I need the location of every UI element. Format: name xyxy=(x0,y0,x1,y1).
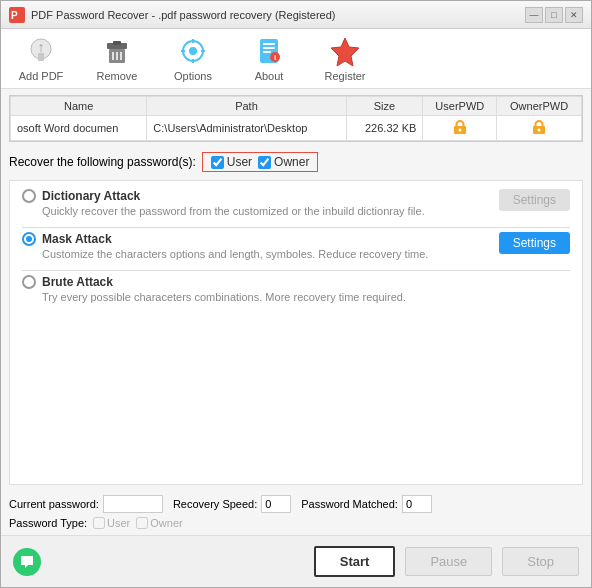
about-icon: i xyxy=(253,35,285,67)
brute-attack-option: Brute Attack Try every possible characet… xyxy=(22,275,570,303)
divider-1 xyxy=(22,227,570,228)
type-user-text: User xyxy=(107,517,130,529)
dictionary-label: Dictionary Attack xyxy=(42,189,140,203)
toolbar: ↑ Add PDF Remove xyxy=(1,29,591,89)
svg-text:i: i xyxy=(274,53,276,62)
dictionary-desc: Quickly recover the password from the cu… xyxy=(42,205,499,217)
minimize-button[interactable]: — xyxy=(525,7,543,23)
file-ownerpwd xyxy=(497,116,582,141)
current-password-field: Current password: xyxy=(9,495,163,513)
stop-button[interactable]: Stop xyxy=(502,547,579,576)
svg-rect-19 xyxy=(263,47,275,49)
brute-radio[interactable] xyxy=(22,275,36,289)
toolbar-remove[interactable]: Remove xyxy=(89,35,145,82)
password-matched-label: Password Matched: xyxy=(301,498,398,510)
options-label: Options xyxy=(174,70,212,82)
svg-text:P: P xyxy=(11,10,18,21)
brute-label: Brute Attack xyxy=(42,275,113,289)
svg-point-12 xyxy=(189,47,197,55)
toolbar-add-pdf[interactable]: ↑ Add PDF xyxy=(13,35,69,82)
toolbar-about[interactable]: i About xyxy=(241,35,297,82)
svg-point-27 xyxy=(538,129,541,132)
toolbar-options[interactable]: Options xyxy=(165,35,221,82)
svg-rect-18 xyxy=(263,43,275,45)
mask-attack-option: Mask Attack Customize the characters opt… xyxy=(22,232,570,260)
type-owner-label: Owner xyxy=(136,517,182,529)
current-password-label: Current password: xyxy=(9,498,99,510)
close-button[interactable]: ✕ xyxy=(565,7,583,23)
type-owner-text: Owner xyxy=(150,517,182,529)
file-name: osoft Word documen xyxy=(11,116,147,141)
chat-icon[interactable] xyxy=(13,548,41,576)
file-table: Name Path Size UserPWD OwnerPWD osoft Wo… xyxy=(9,95,583,142)
password-matched-input[interactable] xyxy=(402,495,432,513)
add-pdf-icon: ↑ xyxy=(25,35,57,67)
type-owner-checkbox xyxy=(136,517,148,529)
divider-2 xyxy=(22,270,570,271)
col-userpwd: UserPWD xyxy=(423,97,497,116)
register-label: Register xyxy=(325,70,366,82)
file-path: C:\Users\Administrator\Desktop xyxy=(147,116,346,141)
options-icon xyxy=(177,35,209,67)
mask-desc: Customize the characters options and len… xyxy=(42,248,499,260)
dictionary-attack-option: Dictionary Attack Quickly recover the pa… xyxy=(22,189,570,217)
pause-button[interactable]: Pause xyxy=(405,547,492,576)
user-checkbox[interactable] xyxy=(211,156,224,169)
window-controls: — □ ✕ xyxy=(525,7,583,23)
about-label: About xyxy=(255,70,284,82)
type-user-checkbox xyxy=(93,517,105,529)
password-matched-field: Password Matched: xyxy=(301,495,432,513)
owner-checkbox[interactable] xyxy=(258,156,271,169)
status-row: Current password: Recovery Speed: Passwo… xyxy=(1,489,591,515)
recover-row: Recover the following password(s): User … xyxy=(1,148,591,176)
lock-icon-owner xyxy=(531,119,547,135)
file-size: 226.32 KB xyxy=(346,116,423,141)
bottom-left xyxy=(13,548,41,576)
register-icon xyxy=(329,35,361,67)
svg-rect-7 xyxy=(113,41,121,45)
bottom-bar: Start Pause Stop xyxy=(1,535,591,587)
dictionary-settings-button[interactable]: Settings xyxy=(499,189,570,211)
user-checkbox-label[interactable]: User xyxy=(211,155,252,169)
svg-text:↑: ↑ xyxy=(38,39,45,55)
mask-settings-button[interactable]: Settings xyxy=(499,232,570,254)
chat-bubble-icon xyxy=(19,554,35,570)
col-ownerpwd: OwnerPWD xyxy=(497,97,582,116)
current-password-input[interactable] xyxy=(103,495,163,513)
svg-rect-20 xyxy=(263,51,271,53)
maximize-button[interactable]: □ xyxy=(545,7,563,23)
main-window: P PDF Password Recover - .pdf password r… xyxy=(0,0,592,588)
toolbar-register[interactable]: Register xyxy=(317,35,373,82)
recover-label: Recover the following password(s): xyxy=(9,155,196,169)
svg-point-25 xyxy=(458,129,461,132)
remove-icon xyxy=(101,35,133,67)
attack-panel: Dictionary Attack Quickly recover the pa… xyxy=(9,180,583,485)
recovery-speed-input[interactable] xyxy=(261,495,291,513)
title-bar: P PDF Password Recover - .pdf password r… xyxy=(1,1,591,29)
password-type-label: Password Type: xyxy=(9,517,87,529)
window-title: PDF Password Recover - .pdf password rec… xyxy=(31,9,335,21)
dictionary-radio[interactable] xyxy=(22,189,36,203)
table-row: osoft Word documen C:\Users\Administrato… xyxy=(11,116,582,141)
recovery-speed-label: Recovery Speed: xyxy=(173,498,257,510)
col-name: Name xyxy=(11,97,147,116)
type-user-label: User xyxy=(93,517,130,529)
file-userpwd xyxy=(423,116,497,141)
brute-desc: Try every possible characeters combinati… xyxy=(42,291,570,303)
col-size: Size xyxy=(346,97,423,116)
owner-checkbox-label[interactable]: Owner xyxy=(258,155,309,169)
app-icon: P xyxy=(9,7,25,23)
mask-radio[interactable] xyxy=(22,232,36,246)
svg-marker-23 xyxy=(331,38,359,66)
remove-label: Remove xyxy=(97,70,138,82)
recovery-speed-field: Recovery Speed: xyxy=(173,495,291,513)
user-checkbox-text: User xyxy=(227,155,252,169)
mask-label: Mask Attack xyxy=(42,232,112,246)
add-pdf-label: Add PDF xyxy=(19,70,64,82)
type-row: Password Type: User Owner xyxy=(1,515,591,535)
col-path: Path xyxy=(147,97,346,116)
owner-checkbox-text: Owner xyxy=(274,155,309,169)
start-button[interactable]: Start xyxy=(314,546,396,577)
lock-icon-user xyxy=(452,119,468,135)
